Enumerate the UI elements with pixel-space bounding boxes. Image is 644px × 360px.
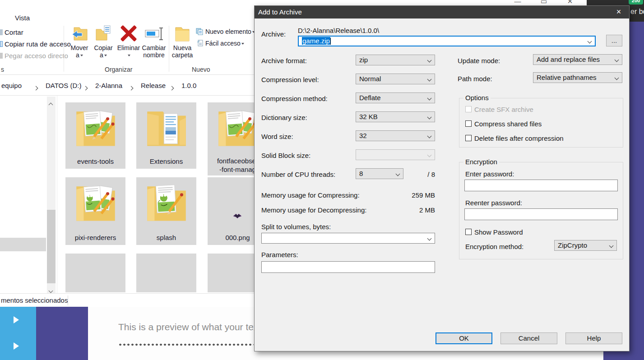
right-window-partial-text: er bo [630, 8, 644, 16]
cpu-threads-label: Number of CPU threads: [261, 171, 335, 178]
file-name: Extensions [136, 157, 196, 166]
easy-access-button[interactable]: Fácil acceso [197, 40, 244, 47]
memory-decompress-value: 2 MB [390, 206, 435, 214]
options-group-label: Options [463, 94, 491, 102]
preview-dotted-line [118, 343, 254, 346]
archive-label: Archive: [261, 30, 286, 38]
memory-compress-value: 259 MB [390, 191, 435, 199]
close-icon[interactable]: × [611, 6, 626, 18]
breadcrumb-item[interactable]: DATOS (D:) [46, 82, 81, 89]
add-to-archive-dialog: Add to Archive × Archive: D:\2-Alanna\Re… [254, 5, 630, 351]
new-folder-button[interactable]: Nueva carpeta [171, 25, 193, 59]
dictionary-size-select[interactable]: 32 KB [356, 111, 435, 122]
archive-directory: D:\2-Alanna\Release\1.0.0\ [298, 27, 379, 34]
encryption-groupbox: Encryption Enter password: Reenter passw… [459, 162, 623, 259]
checkbox-icon[interactable] [465, 135, 472, 141]
enter-password-label: Enter password: [465, 170, 514, 178]
dialog-titlebar[interactable]: Add to Archive × [255, 6, 629, 18]
group-label-clipboard: s [1, 66, 4, 73]
paste-shortcut-icon [0, 53, 3, 59]
cancel-button[interactable]: Cancel [500, 332, 557, 344]
screen: 200 er bo — ▭ ✕ Vista Cortar Copiar ruta… [0, 0, 644, 360]
scrollbar-thumb[interactable] [47, 210, 56, 283]
nav-pane-selected-item[interactable] [0, 238, 46, 251]
preview-sidebar [0, 307, 36, 360]
breadcrumb-item[interactable]: 1.0.0 [181, 82, 196, 89]
enter-password-input[interactable] [464, 180, 618, 191]
reenter-password-input[interactable] [464, 208, 618, 220]
checkbox-icon[interactable] [465, 120, 472, 127]
solid-block-size-select [356, 149, 435, 160]
ribbon-separator [64, 26, 64, 72]
chevron-right-icon [130, 83, 133, 92]
compression-method-label: Compression method: [261, 95, 328, 102]
move-to-icon [70, 25, 88, 43]
expand-arrow-icon[interactable] [14, 342, 19, 350]
path-mode-select[interactable]: Relative pathnames [533, 72, 622, 83]
delete-button[interactable]: Eliminar [116, 25, 141, 59]
archive-format-select[interactable]: zip [356, 55, 435, 65]
new-item-button[interactable]: Nuevo elemento [196, 28, 255, 35]
update-mode-select[interactable]: Add and replace files [533, 54, 622, 65]
scroll-up-icon[interactable] [49, 100, 52, 108]
image-file-icon [233, 212, 242, 220]
cpu-threads-select[interactable]: 8 [356, 168, 403, 179]
file-item-splash[interactable]: splash [136, 177, 196, 245]
reenter-password-label: Reenter password: [465, 199, 522, 207]
chevron-down-icon [427, 58, 432, 63]
memory-decompress-label: Memory usage for Decompressing: [261, 206, 366, 214]
checkbox-icon[interactable] [465, 229, 472, 235]
chevron-down-icon[interactable] [588, 39, 592, 44]
close-icon[interactable]: ✕ [564, 0, 576, 5]
encryption-method-label: Encryption method: [465, 243, 524, 250]
compression-level-label: Compression level: [261, 76, 319, 83]
file-name: events-tools [65, 157, 125, 166]
tab-vista[interactable]: Vista [15, 14, 30, 22]
split-volumes-combobox[interactable] [261, 233, 435, 244]
compression-level-select[interactable]: Normal [356, 74, 435, 84]
encryption-method-select[interactable]: ZipCrypto [554, 240, 617, 251]
selection-status: mentos seleccionados [1, 296, 68, 304]
file-item[interactable] [136, 254, 196, 292]
chevron-down-icon [427, 134, 432, 138]
file-item-pixi-renderers[interactable]: pixi-renderers [65, 177, 125, 245]
browse-button[interactable]: ... [606, 35, 622, 46]
breadcrumb-item[interactable]: 2-Alanna [95, 82, 122, 89]
new-item-icon [196, 28, 204, 35]
copy-to-button[interactable]: Copiar a [92, 25, 115, 59]
rename-icon [144, 25, 164, 43]
chevron-down-icon [609, 244, 614, 248]
cut-icon [0, 29, 3, 35]
ribbon-item-cortar[interactable]: Cortar [5, 28, 23, 36]
ribbon-separator [169, 26, 169, 72]
file-item-extensions[interactable]: Extensions [136, 102, 196, 169]
rename-button[interactable]: Cambiar nombre [141, 25, 167, 59]
checkbox-icon [465, 106, 472, 112]
ribbon-item-copiar-ruta[interactable]: Copiar ruta de acceso [5, 40, 71, 48]
group-label-nuevo: Nuevo [192, 66, 210, 73]
help-button[interactable]: Help [565, 332, 622, 344]
ok-button[interactable]: OK [436, 332, 492, 344]
word-size-select[interactable]: 32 [356, 130, 435, 141]
folder-icon [72, 104, 119, 151]
chevron-down-icon [615, 58, 619, 62]
easy-access-icon [197, 40, 204, 47]
nav-pane-divider [57, 96, 57, 293]
move-to-button[interactable]: Mover a [68, 25, 91, 59]
chevron-down-icon [427, 96, 432, 101]
breadcrumb-item[interactable]: equipo [1, 82, 22, 89]
encryption-group-label: Encryption [463, 158, 499, 166]
archive-name-combobox[interactable]: game.zip [298, 36, 596, 46]
expand-arrow-icon[interactable] [14, 316, 19, 323]
maximize-icon[interactable]: ▭ [537, 0, 550, 5]
breadcrumb-item[interactable]: Release [141, 82, 166, 89]
compression-method-select[interactable]: Deflate [356, 92, 435, 103]
file-item-events-tools[interactable]: events-tools [65, 102, 125, 169]
parameters-input[interactable] [261, 261, 435, 273]
ribbon-item-pegar-acceso: Pegar acceso directo [5, 52, 68, 60]
minimize-icon[interactable]: — [511, 0, 524, 5]
file-item[interactable] [65, 254, 125, 292]
text-caret [330, 38, 331, 45]
options-groupbox: Options Create SFX archive Compress shar… [459, 98, 623, 148]
file-name: pixi-renderers [65, 233, 125, 242]
